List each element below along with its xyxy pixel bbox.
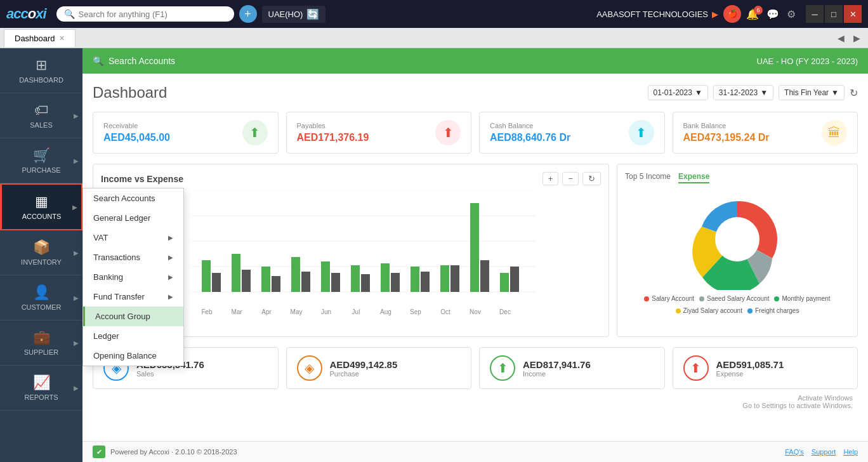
window-controls: ─ □ ✕ xyxy=(806,5,862,23)
sidebar-item-supplier[interactable]: 💼 SUPPLIER ▶ xyxy=(0,320,82,366)
svg-rect-15 xyxy=(301,272,310,292)
menu-general-ledger[interactable]: General Ledger xyxy=(83,208,183,228)
minimize-button[interactable]: ─ xyxy=(806,5,824,23)
tab-dashboard[interactable]: Dashboard ✕ xyxy=(4,29,76,47)
menu-opening-balance[interactable]: Opening Balance xyxy=(83,346,183,366)
top5-income-tab[interactable]: Top 5 Income xyxy=(625,172,671,183)
svg-text:Oct: Oct xyxy=(440,308,450,315)
menu-search-accounts[interactable]: Search Accounts xyxy=(83,188,183,208)
sidebar-label-sales: SALES xyxy=(30,121,52,129)
sidebar-item-reports[interactable]: 📈 REPORTS ▶ xyxy=(0,366,82,411)
search-accounts-bar[interactable]: 🔍 Search Accounts UAE - HO (FY 2023 - 20… xyxy=(82,48,868,74)
company-refresh-button[interactable]: 🔄 xyxy=(306,8,319,20)
footer-links: FAQ's Support Help xyxy=(785,448,858,456)
bar-chart-header: Income vs Expense + − ↻ xyxy=(101,172,601,185)
sidebar-item-dashboard[interactable]: ⊞ DASHBOARD xyxy=(0,48,82,93)
sidebar-label-purchase: PURCHASE xyxy=(22,166,60,174)
salary-legend-label: Salary Account xyxy=(652,295,694,302)
saeed-legend-label: Saeed Salary Account xyxy=(707,295,769,302)
date-to-filter[interactable]: 31-12-2023 ▼ xyxy=(713,85,773,100)
sidebar-item-sales[interactable]: 🏷 SALES ▶ xyxy=(0,93,82,138)
bank-balance-info: Bank Balance AED473,195.24 Dr xyxy=(683,122,770,143)
ziyad-legend-dot xyxy=(676,308,681,314)
svg-rect-32 xyxy=(470,203,479,292)
sidebar: ⊞ DASHBOARD 🏷 SALES ▶ 🛒 PURCHASE ▶ ▦ ACC… xyxy=(0,48,82,462)
menu-banking[interactable]: Banking xyxy=(83,267,183,287)
svg-text:Apr: Apr xyxy=(261,308,272,315)
date-to-value: 31-12-2023 xyxy=(719,88,758,97)
sidebar-item-accounts[interactable]: ▦ ACCOUNTS ▶ xyxy=(0,183,82,230)
salary-legend-dot xyxy=(644,296,649,301)
dashboard-refresh-button[interactable]: ↻ xyxy=(850,87,858,99)
purchase-bottom-info: AED499,142.85 Purchase xyxy=(330,359,398,378)
svg-rect-17 xyxy=(321,261,330,292)
maximize-button[interactable]: □ xyxy=(825,5,843,23)
expense-bottom-card: ⬆ AED591,085.71 Expense xyxy=(673,347,858,389)
company-name: AABASOFT TECHNOLOGIES ▶ xyxy=(596,10,718,19)
sidebar-item-inventory[interactable]: 📦 INVENTORY ▶ xyxy=(0,230,82,275)
global-search-box[interactable]: 🔍 xyxy=(56,6,234,22)
search-accounts-label: Search Accounts xyxy=(109,56,175,66)
close-button[interactable]: ✕ xyxy=(844,5,862,23)
tab-scroll-right[interactable]: ▶ xyxy=(850,32,864,44)
charts-row: Income vs Expense + − ↻ xyxy=(93,164,858,337)
donut-area: Salary Account Saeed Salary Account Mont… xyxy=(625,188,850,314)
sales-label: Sales xyxy=(136,370,204,378)
tab-dashboard-close[interactable]: ✕ xyxy=(59,34,65,43)
global-search-input[interactable] xyxy=(79,10,218,19)
top5-expense-tab[interactable]: Expense xyxy=(678,172,709,183)
zoom-out-button[interactable]: − xyxy=(562,172,579,185)
freight-legend-dot xyxy=(747,308,753,314)
notification-badge: 6 xyxy=(754,6,763,15)
menu-transactions[interactable]: Transactions xyxy=(83,248,183,267)
footer-logo: ✔ xyxy=(93,446,105,458)
avatar[interactable]: 🍎 xyxy=(723,5,741,23)
sidebar-item-customer[interactable]: 👤 CUSTOMER ▶ xyxy=(0,275,82,320)
accounts-dropdown-menu: Search Accounts General Ledger VAT Trans… xyxy=(82,188,184,366)
notification-icon[interactable]: 🔔 6 xyxy=(746,8,759,20)
menu-ledger[interactable]: Ledger xyxy=(83,326,183,346)
sidebar-item-purchase[interactable]: 🛒 PURCHASE ▶ xyxy=(0,138,82,183)
footer-faq-link[interactable]: FAQ's xyxy=(785,448,804,456)
bank-balance-amount: AED473,195.24 Dr xyxy=(683,132,770,143)
svg-rect-5 xyxy=(202,260,211,292)
reports-icon: 📈 xyxy=(33,374,50,391)
settings-icon[interactable]: ⚙ xyxy=(787,8,796,20)
period-filter[interactable]: This Fin Year ▼ xyxy=(779,85,845,100)
tab-scroll-left[interactable]: ◀ xyxy=(834,32,848,44)
svg-rect-8 xyxy=(232,254,240,292)
menu-account-group[interactable]: Account Group xyxy=(83,307,183,326)
footer-help-link[interactable]: Help xyxy=(843,448,858,456)
cash-balance-amount: AED88,640.76 Dr xyxy=(490,132,570,143)
donut-legend: Salary Account Saeed Salary Account Mont… xyxy=(625,295,850,314)
cash-balance-label: Cash Balance xyxy=(490,122,570,129)
footer-support-link[interactable]: Support xyxy=(812,448,836,456)
purchase-label: Purchase xyxy=(330,370,398,378)
svg-rect-30 xyxy=(450,265,459,292)
bar-chart-controls: + − ↻ xyxy=(542,172,601,185)
period-value: This Fin Year xyxy=(784,88,829,97)
company-selector[interactable]: UAE(HO) 🔄 xyxy=(262,6,326,23)
saeed-legend-dot xyxy=(699,296,704,301)
ziyad-legend-label: Ziyad Salary account xyxy=(683,307,742,314)
svg-text:Aug: Aug xyxy=(380,308,391,315)
search-accounts-left[interactable]: 🔍 Search Accounts xyxy=(93,56,175,66)
message-icon[interactable]: 💬 xyxy=(766,8,779,20)
menu-fund-transfer[interactable]: Fund Transfer xyxy=(83,287,183,307)
zoom-in-button[interactable]: + xyxy=(542,172,559,185)
cash-balance-info: Cash Balance AED88,640.76 Dr xyxy=(490,122,570,143)
supplier-icon: 💼 xyxy=(33,329,50,346)
svg-rect-24 xyxy=(391,273,400,292)
menu-vat[interactable]: VAT xyxy=(83,228,183,248)
svg-rect-21 xyxy=(361,274,370,292)
content-area: 🔍 Search Accounts UAE - HO (FY 2023 - 20… xyxy=(82,48,868,462)
svg-text:Jun: Jun xyxy=(321,308,331,315)
search-accounts-icon: 🔍 xyxy=(93,56,103,66)
sales-icon: 🏷 xyxy=(34,102,48,119)
add-button[interactable]: + xyxy=(239,5,257,23)
top5-tabs: Top 5 Income Expense xyxy=(625,172,850,183)
refresh-chart-button[interactable]: ↻ xyxy=(582,172,601,185)
legend-monthly-payment: Monthly payment xyxy=(774,295,830,302)
date-from-filter[interactable]: 01-01-2023 ▼ xyxy=(648,85,708,100)
income-amount: AED817,941.76 xyxy=(523,359,591,370)
